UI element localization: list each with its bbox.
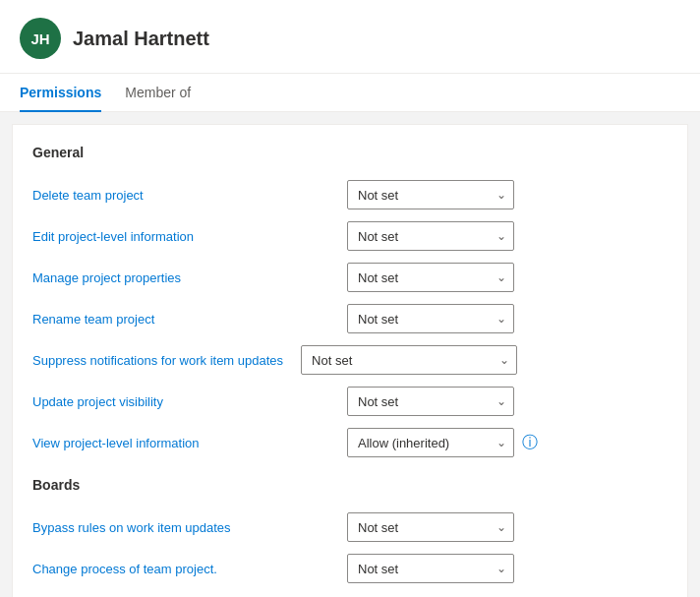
tab-member-of[interactable]: Member of [125, 75, 191, 112]
permission-select-update-project-visibility[interactable]: Not set Allow Deny [347, 387, 514, 416]
general-section-title: General [32, 145, 668, 160]
permission-label-delete-team-project: Delete team project [32, 188, 347, 203]
permission-row-view-project-level-info: View project-level information Not set A… [32, 422, 668, 463]
permission-label-change-process: Change process of team project. [32, 562, 347, 576]
permission-label-view-project-level-info: View project-level information [32, 436, 347, 450]
permission-row-rename-team-project: Rename team project Not set Allow Deny ⌄ [32, 298, 668, 339]
permission-select-view-project-level-info[interactable]: Not set Allow Allow (inherited) Deny [347, 428, 514, 457]
permission-select-rename-team-project[interactable]: Not set Allow Deny [347, 304, 514, 333]
user-header: JH Jamal Hartnett [0, 0, 700, 74]
permission-label-suppress-notifications: Suppress notifications for work item upd… [32, 353, 293, 368]
boards-section-title: Boards [32, 477, 668, 493]
permission-select-edit-project-level-info[interactable]: Not set Allow Deny [347, 221, 514, 251]
select-wrapper-update-project-visibility: Not set Allow Deny ⌄ [347, 387, 514, 416]
select-wrapper-rename-team-project: Not set Allow Deny ⌄ [347, 304, 514, 333]
select-wrapper-view-project-level-info: Not set Allow Allow (inherited) Deny ⌄ [347, 428, 514, 457]
permission-row-bypass-rules: Bypass rules on work item updates Not se… [32, 507, 668, 548]
permission-row-update-project-visibility: Update project visibility Not set Allow … [32, 381, 668, 422]
permission-label-edit-project-level-info: Edit project-level information [32, 229, 347, 244]
select-wrapper-manage-project-properties: Not set Allow Deny ⌄ [347, 263, 514, 292]
select-wrapper-delete-team-project: Not set Allow Deny ⌄ [347, 180, 514, 209]
permission-row-change-process: Change process of team project. Not set … [32, 548, 668, 589]
permission-select-change-process[interactable]: Not set Allow Deny [347, 554, 514, 583]
permission-select-bypass-rules[interactable]: Not set Allow Deny [347, 512, 514, 542]
permission-row-manage-project-properties: Manage project properties Not set Allow … [32, 257, 668, 298]
select-wrapper-edit-project-level-info: Not set Allow Deny ⌄ [347, 221, 514, 251]
permission-label-bypass-rules: Bypass rules on work item updates [32, 520, 347, 535]
permission-label-manage-project-properties: Manage project properties [32, 270, 347, 285]
tab-bar: Permissions Member of [0, 74, 700, 112]
permission-row-delete-team-project: Delete team project Not set Allow Deny ⌄ [32, 174, 668, 215]
permission-label-rename-team-project: Rename team project [32, 312, 347, 327]
select-wrapper-change-process: Not set Allow Deny ⌄ [347, 554, 514, 583]
info-icon[interactable]: ⓘ [522, 433, 538, 453]
permission-select-manage-project-properties[interactable]: Not set Allow Deny [347, 263, 514, 292]
permission-row-suppress-notifications: Suppress notifications for work item upd… [32, 339, 668, 381]
select-wrapper-bypass-rules: Not set Allow Deny ⌄ [347, 512, 514, 542]
permission-label-update-project-visibility: Update project visibility [32, 394, 347, 409]
permission-select-suppress-notifications[interactable]: Not set Allow Deny [301, 345, 517, 375]
select-wrapper-suppress-notifications: Not set Allow Deny ⌄ [301, 345, 517, 375]
user-name: Jamal Hartnett [73, 28, 209, 50]
permission-select-delete-team-project[interactable]: Not set Allow Deny [347, 180, 514, 209]
main-content: General Delete team project Not set Allo… [12, 124, 688, 597]
permission-row-edit-project-level-info: Edit project-level information Not set A… [32, 215, 668, 257]
tab-permissions[interactable]: Permissions [20, 75, 101, 112]
avatar: JH [20, 18, 61, 59]
